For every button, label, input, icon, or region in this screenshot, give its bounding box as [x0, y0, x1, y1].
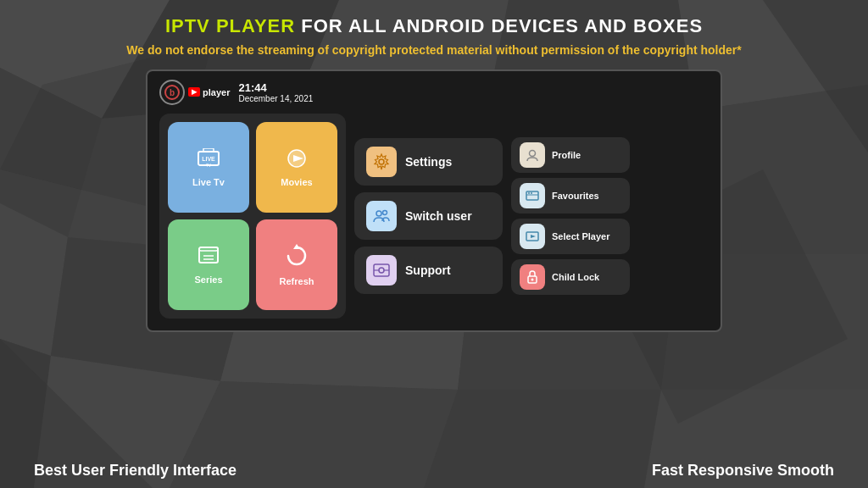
- svg-text:TV: TV: [206, 163, 212, 168]
- support-button[interactable]: Support: [354, 247, 503, 294]
- bottom-bar: Best User Friendly Interface Fast Respon…: [34, 332, 834, 480]
- bottom-right-text: Fast Responsive Smooth: [652, 462, 834, 480]
- svg-point-40: [383, 210, 387, 214]
- series-icon: [197, 246, 220, 271]
- svg-point-49: [531, 192, 532, 194]
- profile-label: Profile: [552, 150, 581, 160]
- title-rest: FOR ALL ANDROID DEVICES AND BOXES: [295, 15, 703, 36]
- svg-point-45: [530, 150, 536, 156]
- settings-label: Settings: [405, 155, 452, 169]
- select-player-button[interactable]: Select Player: [511, 219, 630, 254]
- page-title: IPTV PLAYER FOR ALL ANDROID DEVICES AND …: [165, 15, 703, 37]
- bottom-left-text: Best User Friendly Interface: [34, 462, 236, 480]
- switch-user-icon: [366, 201, 397, 231]
- series-label: Series: [194, 274, 222, 285]
- svg-marker-51: [531, 235, 536, 238]
- select-player-icon: [520, 224, 545, 249]
- svg-marker-37: [293, 244, 300, 249]
- favourites-icon: [520, 183, 545, 208]
- svg-rect-34: [199, 247, 218, 251]
- livetv-button[interactable]: LIVE TV Live Tv: [168, 122, 249, 213]
- livetv-label: Live Tv: [192, 177, 225, 187]
- select-player-label: Select Player: [552, 231, 610, 241]
- app-grid: LIVE TV Live Tv Movies: [159, 114, 346, 319]
- time-info: 21:44 December 14, 2021: [238, 81, 313, 103]
- svg-point-48: [528, 192, 530, 194]
- svg-point-53: [531, 278, 534, 280]
- date-display: December 14, 2021: [238, 94, 313, 103]
- series-button[interactable]: Series: [168, 219, 249, 310]
- child-lock-button[interactable]: Child Lock: [511, 259, 630, 295]
- movies-label: Movies: [281, 177, 312, 187]
- logo-area: b ▶ player: [159, 80, 230, 105]
- refresh-label: Refresh: [280, 276, 314, 286]
- middle-menu: Settings Switch user: [354, 114, 503, 319]
- child-lock-label: Child Lock: [552, 272, 599, 282]
- profile-button[interactable]: Profile: [511, 137, 630, 173]
- support-label: Support: [405, 263, 451, 277]
- svg-rect-46: [526, 191, 538, 200]
- logo-circle: b: [159, 80, 185, 105]
- tv-screen: b ▶ player 21:44 December 14, 2021: [146, 69, 722, 332]
- svg-point-39: [376, 211, 381, 216]
- refresh-icon: [285, 244, 309, 273]
- svg-point-38: [379, 159, 384, 164]
- refresh-button[interactable]: Refresh: [256, 219, 337, 310]
- tv-header: b ▶ player 21:44 December 14, 2021: [159, 80, 709, 105]
- logo-text: ▶ player: [188, 87, 230, 97]
- subtitle-text: We do not endorse the streaming of copyr…: [126, 42, 741, 59]
- svg-rect-28: [203, 148, 214, 152]
- right-menu: Profile Favourites: [511, 114, 630, 319]
- switch-user-label: Switch user: [405, 209, 472, 223]
- title-highlight: IPTV PLAYER: [165, 15, 295, 36]
- child-lock-icon: [520, 264, 545, 290]
- movies-icon: [285, 148, 309, 174]
- movies-button[interactable]: Movies: [256, 122, 337, 213]
- tv-body: LIVE TV Live Tv Movies: [159, 114, 709, 319]
- svg-text:LIVE: LIVE: [202, 156, 215, 162]
- clock-display: 21:44: [238, 81, 313, 94]
- svg-rect-33: [199, 247, 218, 263]
- favourites-button[interactable]: Favourites: [511, 178, 630, 214]
- play-badge: ▶: [188, 87, 200, 97]
- svg-point-42: [379, 268, 384, 273]
- player-label: player: [203, 87, 230, 97]
- switch-user-button[interactable]: Switch user: [354, 192, 503, 240]
- svg-text:b: b: [170, 88, 175, 97]
- livetv-icon: LIVE TV: [197, 148, 220, 174]
- profile-icon: [520, 142, 545, 168]
- settings-icon: [366, 147, 397, 177]
- settings-button[interactable]: Settings: [354, 138, 503, 186]
- support-icon: [366, 255, 397, 286]
- favourites-label: Favourites: [552, 191, 599, 201]
